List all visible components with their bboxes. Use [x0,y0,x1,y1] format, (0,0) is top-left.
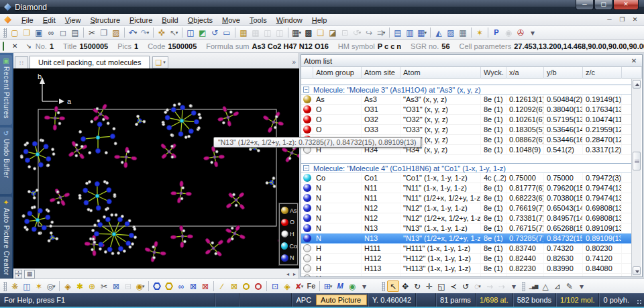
picture-creator-settings-button[interactable]: ❋ [9,280,21,292]
atom-list-body[interactable]: −Molecule: "Molecule 3" (As1H1O4) at "As… [301,79,642,276]
grow-ring-red-button[interactable] [252,280,264,292]
menu-item-help[interactable]: Help [307,15,332,25]
column-header-atom-site[interactable]: Atom site [362,67,400,79]
auto-picture-wizard-button[interactable]: ✶ [33,280,45,292]
menu-item-tools[interactable]: Tools [245,15,272,25]
pane-handle-button[interactable]: ∷ [15,56,28,68]
view-filter-button[interactable]: ◎▾ [45,280,57,292]
pointer-mode-button[interactable]: ↖▾ [168,27,180,38]
goto-structure-button[interactable]: ↘ [21,42,35,50]
column-header-x-a[interactable]: x/a [506,67,544,79]
menu-item-picture[interactable]: Picture [125,15,157,25]
scrollbar-thumb[interactable] [633,152,641,170]
shift-mode-button[interactable]: ✛ [423,280,435,292]
rotate-z-mode-button[interactable]: ↻ [411,280,423,292]
toolbar-grip[interactable] [3,28,7,38]
grid-toggle-button[interactable]: ▦ [24,270,35,278]
cell-edges-button[interactable]: ⊞▾ [322,280,334,292]
grow-network-red-button[interactable]: ⊠ [199,280,211,292]
sidebar-tab-auto-picture-creator[interactable]: ✦Auto Picture Creator [0,197,12,281]
picture-mode-field[interactable]: Auto Picture [316,295,367,305]
packing-molecules-button[interactable]: ∞ [175,280,187,292]
column-header-blank[interactable] [622,67,642,79]
menu-item-window[interactable]: Window [272,15,307,25]
zoom-mode-button[interactable]: ◱ [435,280,447,292]
crystal-structure-drawing[interactable]: ba [13,68,299,268]
print-button[interactable]: ▤ [69,27,81,38]
structure-canvas[interactable]: ba AsOHCoN [13,68,299,268]
undo-button[interactable]: ↶▾ [127,27,139,38]
picture-creation-assistant-button[interactable]: ✶ [474,27,486,38]
navigate-forward-button[interactable]: ↪ [363,27,375,38]
molecule-group-header[interactable]: −Molecule: "Molecule 3" (As1H1O4) at "As… [301,85,632,95]
atom-row-n11-11[interactable]: NN11"N11" (1-x, 1-y, 1-z)8e (1)0.81777(6… [301,183,632,193]
measure-distances-button[interactable]: ▁▄▆ [527,280,539,292]
mdi-restore-button[interactable]: ❐ [617,15,627,24]
break-bonds-button[interactable]: ✂ [98,280,110,292]
cut-button[interactable]: ✂ [86,27,98,38]
toolbar-overflow-button[interactable]: ▾ [576,280,588,292]
column-header-atom[interactable]: Atom [400,67,481,79]
collapse-icon[interactable]: − [303,87,309,93]
toolbar-overflow-button[interactable]: ▾ [527,27,539,38]
atom-row-o32-02[interactable]: OO32"O32" (x, y, z)8e (1)0.10261(6)0.571… [301,115,632,125]
new-picture-button[interactable]: ❑ ▾ [152,56,168,68]
chart-distances-button[interactable]: ◭ [433,27,445,38]
atom-row-partial-110[interactable]: H [301,274,632,276]
atom-row-n12-13[interactable]: NN12"N12" (1-x, 1-y, 1-z)8e (1)0.76619(7… [301,203,632,213]
open-document-button[interactable]: ❒ [21,27,33,38]
close-structure-button[interactable]: ✕ [8,42,21,50]
atom-row-n13-15[interactable]: NN13"N13" (1-x, 1-y, 1-z)8e (1)0.76715(7… [301,223,632,234]
measure-properties-button[interactable]: ✎ [564,280,576,292]
frame-spinner[interactable]: ▲▼ [15,270,22,278]
column-header-y-b[interactable]: y/b [544,67,583,79]
send-picture-button[interactable]: ⇉▾ [375,27,387,38]
render-view-button[interactable]: ▩ [303,27,315,38]
destroy-bonds-button[interactable]: ✘▾ [293,280,305,292]
close-button[interactable]: ✕ [613,0,639,10]
select-mode-button[interactable]: ↖ [387,280,399,292]
toolbar-overflow-button[interactable]: ▾ [508,280,520,292]
picture-refresh-button[interactable]: ◩ [197,27,209,38]
new-document-button[interactable]: ▢ [9,27,21,38]
fill-unit-cell-button[interactable] [151,280,163,292]
column-header-blank[interactable] [301,67,313,79]
chart-powder-button[interactable]: ▨ [445,27,457,38]
maximize-button[interactable]: ▢ [594,0,612,10]
find-in-tables-button[interactable]: ∞ [45,27,57,38]
tilt-mode-button[interactable]: ≺ [447,280,460,292]
spin-mode-button[interactable]: ◌▾ [472,280,484,292]
menu-item-objects[interactable]: Objects [183,15,217,25]
chart-table-button[interactable]: ▦ [457,27,469,38]
atom-row-n12-14[interactable]: NN12"N12" (1/2+x, 1/2+y, 1-z)8e (1)0.733… [301,213,632,223]
connect-atoms-button[interactable]: ⊠ [110,280,122,292]
grow-ring-yellow-button[interactable] [240,280,252,292]
pan-mode-button[interactable]: ✜ [156,27,168,38]
new-picture-button[interactable]: ❑ [315,27,327,38]
sidebar-tab-recent-pictures[interactable]: ▣Recent Pictures [0,55,12,125]
menu-item-view[interactable]: View [60,15,86,25]
menu-item-file[interactable]: File [17,15,38,25]
packing-box-button[interactable]: ⊡ [269,280,281,292]
rotate-xy-mode-button[interactable]: ↺ [460,280,472,292]
view-properties-list-button[interactable]: ▥ [404,27,416,38]
atom-list-scrollbar[interactable] [631,79,641,276]
iron-bond-button[interactable]: Fe [305,280,317,292]
atom-row-as3-00[interactable]: AsAs3"As3" (x, y, z)8e (1)0.12613(1)0.50… [301,95,632,105]
complete-fragments-button[interactable]: ⊠ [228,280,240,292]
mdi-close-button[interactable]: ✕ [630,15,640,24]
minimize-button[interactable]: ─ [576,0,594,10]
spin-down-icon[interactable]: ▼ [15,274,22,278]
molecule-group-header[interactable]: −Molecule: "Molecule 4" (Co1H18N6) at "C… [301,163,632,173]
scroll-left-button[interactable]: ◂ [286,271,289,277]
table-structures-button[interactable]: ▦ [237,27,250,38]
atom-row-n13-16[interactable]: NN13"N13" (1/2+x, 1/2+y, 1-z)8e (1)0.732… [301,234,632,244]
column-header-atom-group[interactable]: Atom group [313,67,362,79]
picture-restore-button[interactable]: ↺ [209,27,221,38]
move-mode-button[interactable]: ✥ [399,280,411,292]
picture-new-window-button[interactable]: ◫ [184,27,197,38]
menu-item-edit[interactable]: Edit [38,15,60,25]
copy-button[interactable]: ❐ [98,27,110,38]
paste-button[interactable]: ▨ [110,27,122,38]
toolbar-overflow-button[interactable]: ▾ [358,280,370,292]
